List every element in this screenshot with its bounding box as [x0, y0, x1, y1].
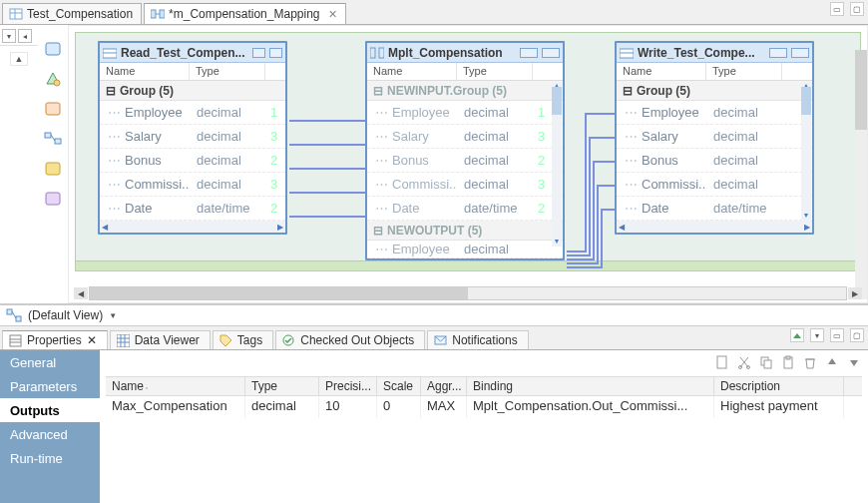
- scroll-down-icon[interactable]: ▼: [552, 238, 562, 248]
- mapping-canvas[interactable]: Read_Test_Compen... NameType ⊟ Group (5)…: [68, 25, 868, 303]
- paste-button[interactable]: [780, 354, 796, 370]
- header-binding[interactable]: Binding: [467, 377, 714, 395]
- col-type[interactable]: Type: [457, 63, 533, 80]
- col-type[interactable]: Type: [706, 63, 782, 80]
- ptab-runtime[interactable]: Run-time: [0, 446, 100, 470]
- field-row[interactable]: ⋯Employeedecimal: [367, 241, 563, 258]
- field-row[interactable]: ⋯Datedate/time: [617, 197, 812, 221]
- chevron-icon[interactable]: [542, 48, 560, 58]
- default-view-label[interactable]: (Default View): [28, 308, 103, 322]
- tool-target[interactable]: [43, 69, 63, 89]
- field-row[interactable]: ⋯Bonusdecimal2: [100, 149, 285, 173]
- tool-mapplet[interactable]: [43, 189, 63, 209]
- tab-m-compensation-mapping[interactable]: *m_Compensation_Mapping ✕: [144, 3, 345, 24]
- scroll-thumb[interactable]: [855, 50, 867, 130]
- field-row[interactable]: ⋯Commissi..decimal3: [100, 173, 285, 197]
- field-row[interactable]: ⋯Datedate/time2: [367, 197, 563, 221]
- ptab-outputs[interactable]: Outputs: [0, 398, 100, 422]
- col-name[interactable]: Name: [367, 63, 457, 80]
- vertical-scrollbar[interactable]: [855, 50, 867, 299]
- tool-expression[interactable]: [43, 99, 63, 119]
- scroll-right-icon[interactable]: ▶: [277, 223, 283, 232]
- field-row[interactable]: ⋯Datedate/time2: [100, 197, 285, 221]
- scroll-left-icon[interactable]: ◀: [74, 287, 88, 299]
- move-down-button[interactable]: [846, 354, 862, 370]
- chevron-icon[interactable]: [791, 48, 809, 58]
- col-name[interactable]: Name: [100, 63, 190, 80]
- col-name[interactable]: Name: [617, 63, 706, 80]
- group-row[interactable]: ⊟ Group (5): [100, 81, 285, 101]
- field-row[interactable]: ⋯Employeedecimal1: [367, 101, 563, 125]
- node-write[interactable]: Write_Test_Compe... NameType ⊟Group (5) …: [615, 41, 814, 235]
- header-name[interactable]: Name◦: [106, 377, 245, 395]
- tab-test-compensation[interactable]: Test_Compensation: [2, 3, 142, 24]
- scroll-left-icon[interactable]: ◀: [619, 223, 625, 232]
- view-menu-button[interactable]: [790, 328, 804, 342]
- tab-data-viewer[interactable]: Data Viewer: [110, 330, 211, 349]
- collapse-icon[interactable]: ⊟: [373, 224, 383, 238]
- scroll-thumb[interactable]: [801, 87, 811, 115]
- tool-aggregator[interactable]: [43, 159, 63, 179]
- scroll-thumb[interactable]: [90, 287, 468, 299]
- field-row[interactable]: ⋯Employeedecimal1: [100, 101, 285, 125]
- new-button[interactable]: [714, 354, 730, 370]
- header-precision[interactable]: Precisi...: [319, 377, 377, 395]
- delete-button[interactable]: [802, 354, 818, 370]
- header-type[interactable]: Type: [245, 377, 319, 395]
- scroll-right-icon[interactable]: ▶: [804, 223, 810, 232]
- node-scroll-h[interactable]: ◀▶: [100, 221, 285, 233]
- maximize-button[interactable]: ▢: [850, 328, 864, 342]
- move-up-button[interactable]: [824, 354, 840, 370]
- header-description[interactable]: Description: [714, 377, 844, 395]
- group-row-in[interactable]: ⊟NEWINPUT.Group (5): [367, 81, 563, 101]
- scroll-left-icon[interactable]: ◀: [102, 223, 108, 232]
- tab-properties[interactable]: Properties ✕: [2, 330, 108, 349]
- close-icon[interactable]: ✕: [87, 333, 97, 347]
- scroll-thumb[interactable]: [552, 87, 562, 115]
- horizontal-scrollbar[interactable]: ◀ ▶: [89, 286, 847, 300]
- tool-source[interactable]: [43, 39, 63, 59]
- field-row[interactable]: ⋯Salarydecimal: [617, 125, 812, 149]
- tab-checked-out[interactable]: Checked Out Objects: [275, 330, 425, 349]
- palette-prev[interactable]: ◂: [18, 29, 32, 43]
- field-row[interactable]: ⋯Bonusdecimal2: [367, 149, 563, 173]
- col-type[interactable]: Type: [190, 63, 265, 80]
- table-row[interactable]: Max_Compensation decimal 10 0 MAX Mplt_C…: [106, 396, 862, 418]
- ptab-general[interactable]: General: [0, 350, 100, 374]
- ptab-advanced[interactable]: Advanced: [0, 422, 100, 446]
- chevron-icon[interactable]: [252, 48, 265, 58]
- field-row[interactable]: ⋯Commissi..decimal3: [367, 173, 563, 197]
- field-row[interactable]: ⋯Commissi..decimal: [617, 173, 812, 197]
- node-read[interactable]: Read_Test_Compen... NameType ⊟ Group (5)…: [98, 41, 287, 235]
- chevron-icon[interactable]: [520, 48, 538, 58]
- group-row[interactable]: ⊟Group (5): [617, 81, 812, 101]
- collapse-icon[interactable]: ⊟: [373, 84, 383, 98]
- maximize-button[interactable]: ▢: [850, 2, 864, 16]
- header-aggr[interactable]: Aggr...: [421, 377, 467, 395]
- field-row[interactable]: ⋯Employeedecimal: [617, 101, 812, 125]
- tab-notifications[interactable]: Notifications: [427, 330, 528, 349]
- collapse-icon[interactable]: ⊟: [623, 84, 633, 98]
- palette-nav-up[interactable]: ▲: [10, 52, 28, 66]
- close-icon[interactable]: ✕: [328, 8, 337, 21]
- copy-button[interactable]: [758, 354, 774, 370]
- view-icon[interactable]: [6, 307, 22, 323]
- tab-tags[interactable]: Tags: [213, 330, 273, 349]
- header-scale[interactable]: Scale: [377, 377, 421, 395]
- minimize-button[interactable]: ▭: [830, 328, 844, 342]
- chevron-icon[interactable]: [269, 48, 282, 58]
- minimize-button[interactable]: ▭: [830, 2, 844, 16]
- chevron-down-icon[interactable]: ▼: [109, 311, 117, 320]
- node-mplt[interactable]: Mplt_Compensation NameType ⊟NEWINPUT.Gro…: [365, 41, 565, 260]
- tool-flow[interactable]: [43, 129, 63, 149]
- field-row[interactable]: ⋯Salarydecimal3: [100, 125, 285, 149]
- scroll-right-icon[interactable]: ▶: [848, 287, 862, 299]
- node-scroll-h[interactable]: ◀▶: [617, 221, 812, 233]
- field-row[interactable]: ⋯Salarydecimal3: [367, 125, 563, 149]
- scroll-down-icon[interactable]: ▼: [801, 212, 811, 222]
- cut-button[interactable]: [736, 354, 752, 370]
- chevron-icon[interactable]: [769, 48, 787, 58]
- ptab-parameters[interactable]: Parameters: [0, 374, 100, 398]
- view-menu-button[interactable]: ▾: [810, 328, 824, 342]
- group-row-out[interactable]: ⊟NEWOUTPUT (5): [367, 221, 563, 241]
